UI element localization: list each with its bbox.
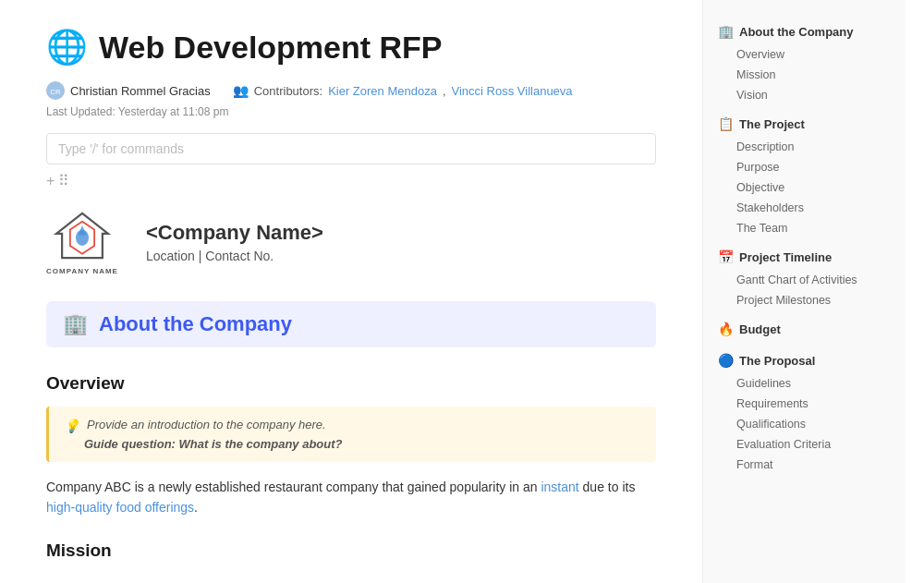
hint-title: 💡 Provide an introduction to the company…: [64, 418, 641, 433]
drag-handle[interactable]: ⠿: [58, 172, 69, 189]
company-logo-box: COMPANY NAME: [46, 208, 118, 275]
sidebar-section-project-timeline: 📅 Project Timeline Gantt Chart of Activi…: [703, 244, 906, 310]
sidebar-item-evaluation[interactable]: Evaluation Criteria: [707, 434, 902, 455]
author-name: Christian Rommel Gracias: [70, 84, 211, 98]
contributor-1[interactable]: Kier Zoren Mendoza: [328, 84, 437, 98]
sidebar-label-project-timeline: Project Timeline: [739, 250, 832, 264]
sidebar-item-guidelines[interactable]: Guidelines: [707, 373, 902, 394]
hint-guide: Guide question: What is the company abou…: [64, 437, 641, 451]
sidebar-item-overview[interactable]: Overview: [707, 44, 902, 65]
svg-marker-5: [79, 225, 87, 236]
overview-body: Company ABC is a newly established resta…: [46, 477, 656, 518]
sidebar-section-budget: 🔥 Budget: [703, 316, 906, 342]
sidebar-item-requirements[interactable]: Requirements: [707, 394, 902, 414]
hint-box: 💡 Provide an introduction to the company…: [46, 407, 656, 462]
contributor-2[interactable]: Vincci Ross Villanueva: [452, 84, 573, 98]
overview-heading: Overview: [46, 373, 656, 394]
sidebar-header-about-company[interactable]: 🏢 About the Company: [703, 18, 906, 44]
sidebar-item-objective[interactable]: Objective: [707, 177, 902, 198]
sidebar-item-vision[interactable]: Vision: [707, 85, 902, 105]
add-block-button[interactable]: +: [46, 173, 55, 189]
company-logo: [50, 208, 115, 263]
sidebar-item-purpose[interactable]: Purpose: [707, 157, 902, 177]
sidebar-label-about-company: About the Company: [739, 25, 854, 39]
sidebar-section-the-proposal: 🔵 The Proposal Guidelines Requirements Q…: [703, 347, 906, 475]
company-info: <Company Name> Location | Contact No.: [146, 221, 323, 263]
sidebar-icon-project-timeline: 📅: [718, 249, 734, 264]
page-title-row: 🌐 Web Development RFP: [46, 28, 656, 67]
company-details: Location | Contact No.: [146, 249, 323, 263]
avatar: CR: [46, 81, 65, 100]
contributors-icon: 👥: [233, 83, 249, 98]
sidebar-icon-budget: 🔥: [718, 322, 734, 336]
sidebar-header-project-timeline[interactable]: 📅 Project Timeline: [703, 244, 906, 270]
sidebar-item-stakeholders[interactable]: Stakeholders: [707, 198, 902, 218]
page-title: Web Development RFP: [99, 30, 443, 66]
sidebar: 🏢 About the Company Overview Mission Vis…: [702, 0, 906, 583]
sidebar-label-budget: Budget: [739, 322, 781, 336]
hint-icon: 💡: [64, 419, 79, 433]
sidebar-icon-the-proposal: 🔵: [718, 353, 734, 368]
about-company-title: About the Company: [99, 312, 292, 336]
sidebar-item-the-team[interactable]: The Team: [707, 218, 902, 238]
meta-row: CR Christian Rommel Gracias 👥 Contributo…: [46, 81, 656, 100]
sidebar-item-format[interactable]: Format: [707, 455, 902, 475]
sidebar-item-mission[interactable]: Mission: [707, 65, 902, 85]
about-company-banner: 🏢 About the Company: [46, 301, 656, 347]
sidebar-icon-about-company: 🏢: [718, 24, 734, 39]
contributors-label: Contributors:: [254, 84, 322, 98]
about-company-icon: 🏢: [63, 312, 88, 336]
author-section: CR Christian Rommel Gracias: [46, 81, 211, 100]
sidebar-section-about-company: 🏢 About the Company Overview Mission Vis…: [703, 18, 906, 105]
sidebar-header-the-project[interactable]: 📋 The Project: [703, 111, 906, 137]
company-logo-text: COMPANY NAME: [46, 267, 118, 275]
company-name: <Company Name>: [146, 221, 323, 245]
sidebar-label-the-proposal: The Proposal: [739, 354, 815, 368]
sidebar-item-description[interactable]: Description: [707, 137, 902, 157]
command-input[interactable]: Type '/' for commands: [46, 133, 656, 164]
sidebar-section-the-project: 📋 The Project Description Purpose Object…: [703, 111, 906, 238]
svg-text:CR: CR: [50, 88, 61, 96]
sidebar-item-milestones[interactable]: Project Milestones: [707, 290, 902, 310]
sidebar-item-qualifications[interactable]: Qualifications: [707, 414, 902, 434]
command-placeholder: Type '/' for commands: [58, 141, 184, 156]
contributors-section: 👥 Contributors: Kier Zoren Mendoza, Vinc…: [233, 83, 573, 98]
sidebar-header-budget[interactable]: 🔥 Budget: [703, 316, 906, 342]
mission-heading: Mission: [46, 540, 656, 561]
page-icon: 🌐: [46, 28, 88, 67]
last-updated: Last Updated: Yesterday at 11:08 pm: [46, 105, 656, 118]
company-card: COMPANY NAME <Company Name> Location | C…: [46, 208, 656, 275]
sidebar-header-the-proposal[interactable]: 🔵 The Proposal: [703, 347, 906, 373]
sidebar-item-gantt[interactable]: Gantt Chart of Activities: [707, 270, 902, 290]
block-controls: + ⠿: [46, 172, 656, 189]
main-content: 🌐 Web Development RFP CR Christian Romme…: [0, 0, 702, 583]
sidebar-label-the-project: The Project: [739, 117, 805, 131]
sidebar-icon-the-project: 📋: [718, 116, 734, 131]
